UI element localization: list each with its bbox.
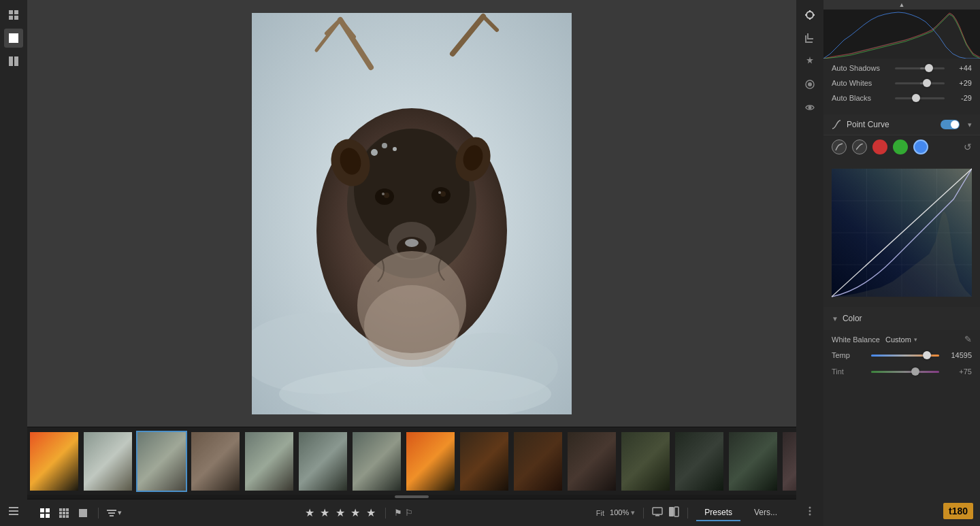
auto-blacks-slider[interactable] [895, 97, 945, 99]
svg-point-33 [438, 191, 441, 194]
film-item-9[interactable] [459, 431, 510, 492]
red-channel-btn[interactable] [872, 139, 887, 154]
svg-point-38 [382, 143, 387, 148]
rating-group: ★ ★ ★ ★ ★ ⚑ ⚐ [305, 506, 413, 519]
grid-icon[interactable] [38, 506, 52, 520]
film-item-1[interactable] [29, 431, 80, 492]
white-balance-dropdown[interactable]: Custom ▾ [885, 335, 917, 344]
auto-shadows-slider[interactable] [895, 67, 945, 69]
temp-label: Temp [832, 351, 866, 359]
all-channel-btn[interactable] [832, 139, 847, 154]
svg-point-37 [371, 149, 378, 156]
adjust-tool[interactable] [800, 5, 819, 24]
svg-rect-9 [9, 514, 18, 515]
right-tools [796, 0, 823, 526]
svg-rect-3 [14, 16, 18, 20]
film-item-12[interactable] [620, 431, 671, 492]
temp-row: Temp 14595 [823, 348, 980, 362]
white-balance-edit-icon[interactable]: ✎ [964, 334, 972, 344]
tint-slider[interactable] [871, 371, 939, 373]
svg-rect-44 [40, 514, 44, 518]
auto-shadows-value: +44 [950, 64, 972, 72]
svg-rect-63 [674, 507, 679, 516]
auto-blacks-label: Auto Blacks [832, 94, 889, 102]
svg-point-74 [809, 514, 811, 516]
white-balance-label: White Balance [832, 335, 880, 344]
svg-rect-7 [9, 507, 18, 508]
tint-row: Tint +75 [823, 365, 980, 378]
svg-rect-48 [66, 508, 69, 511]
temp-slider[interactable] [871, 355, 939, 357]
tint-value: +75 [945, 367, 972, 376]
menu-tool[interactable] [4, 502, 23, 521]
scroll-up-button[interactable]: ▲ [823, 0, 980, 10]
luminance-channel-btn[interactable] [852, 139, 867, 154]
svg-point-73 [809, 510, 811, 512]
reject-button[interactable]: ⚐ [405, 508, 413, 518]
more-options-icon[interactable] [800, 502, 819, 521]
film-strip [27, 427, 796, 495]
color-section-header[interactable]: ▼ Color [823, 307, 980, 330]
point-curve-expand[interactable]: ▾ [968, 120, 972, 129]
svg-rect-53 [63, 515, 65, 518]
film-item-8[interactable] [405, 431, 456, 492]
film-item-4[interactable] [190, 431, 241, 492]
mask-tool[interactable] [800, 75, 819, 94]
versions-tab[interactable]: Vers... [746, 505, 785, 521]
film-item-2[interactable] [82, 431, 133, 492]
film-item-10[interactable] [512, 431, 564, 492]
point-curve-graph[interactable] [832, 161, 972, 304]
presets-tab[interactable]: Presets [696, 505, 740, 521]
film-item-11[interactable] [566, 431, 617, 492]
center-area: ▾ ★ ★ ★ ★ ★ ⚑ ⚐ Fit 100% ▾ [27, 0, 796, 526]
film-item-15[interactable] [781, 431, 796, 492]
reset-curve-btn[interactable]: ↺ [964, 142, 972, 152]
single-view-icon[interactable] [76, 506, 90, 520]
svg-rect-58 [110, 515, 114, 516]
heal-tool[interactable] [800, 52, 819, 71]
svg-rect-1 [14, 10, 18, 14]
svg-rect-2 [9, 16, 13, 20]
svg-rect-59 [653, 508, 662, 514]
svg-point-70 [808, 82, 812, 86]
grid-view-tool[interactable] [4, 5, 23, 24]
auto-shadows-label: Auto Shadows [832, 64, 889, 72]
redeye-tool[interactable] [800, 98, 819, 117]
svg-rect-49 [59, 512, 62, 514]
auto-whites-slider[interactable] [895, 82, 945, 84]
svg-rect-61 [657, 514, 658, 516]
film-item-13[interactable] [674, 431, 725, 492]
develop-mode-button[interactable] [668, 506, 679, 519]
sort-button[interactable]: ▾ [107, 508, 122, 518]
auto-whites-value: +29 [950, 79, 972, 87]
image-viewer [27, 0, 796, 427]
compare-view-tool[interactable] [4, 52, 23, 71]
white-balance-row: White Balance Custom ▾ ✎ [823, 330, 980, 348]
loupe-view-tool[interactable] [4, 29, 23, 48]
blue-channel-btn[interactable] [913, 139, 928, 154]
crop-tool[interactable] [800, 29, 819, 48]
point-curve-header: Point Curve ▾ [823, 114, 980, 135]
svg-rect-0 [9, 10, 13, 14]
film-item-3[interactable] [136, 431, 187, 492]
film-item-6[interactable] [297, 431, 348, 492]
white-balance-arrow-icon: ▾ [914, 336, 917, 343]
svg-rect-52 [59, 515, 62, 518]
film-item-7[interactable] [351, 431, 402, 492]
flag-button[interactable]: ⚑ [394, 508, 402, 518]
auto-shadows-row: Auto Shadows +44 [832, 64, 972, 72]
green-channel-btn[interactable] [893, 139, 908, 154]
svg-rect-43 [46, 508, 50, 512]
point-curve-toggle[interactable] [941, 120, 960, 129]
film-item-5[interactable] [244, 431, 295, 492]
svg-rect-6 [14, 56, 18, 66]
film-item-14[interactable] [728, 431, 779, 492]
screen-mode-button[interactable] [652, 506, 663, 519]
star-rating[interactable]: ★ ★ ★ ★ ★ [305, 506, 377, 519]
svg-point-64 [806, 12, 813, 18]
auto-blacks-value: -29 [950, 94, 972, 102]
zoom-value: 100% ▾ [610, 508, 635, 517]
white-balance-value: Custom [885, 335, 911, 344]
square-grid-icon[interactable] [57, 506, 71, 520]
svg-rect-51 [66, 512, 69, 514]
